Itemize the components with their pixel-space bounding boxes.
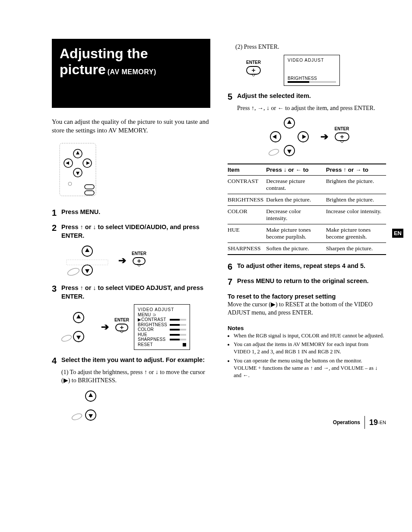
title-box: Adjusting the picture (AV MEMORY)	[52, 39, 210, 108]
osd-menu-box: VIDEO ADJUST MENU ⊃ ▶CONTRAST BRIGHTNESS…	[134, 304, 190, 350]
table-head-increase: Press ↑ or → to	[326, 164, 386, 176]
footer-page-number: 19	[369, 418, 378, 427]
osd-title: VIDEO ADJUST	[138, 307, 186, 312]
arrow-icon: ➔	[101, 321, 109, 333]
step-4-number: 4	[52, 356, 61, 366]
reset-heading: To reset to the factory preset setting	[228, 293, 386, 300]
reset-body: Move the cursor (▶) to RESET at the bott…	[228, 301, 386, 317]
step-1-number: 1	[52, 208, 61, 218]
table-row: HUEMake picture tones become purplish.Ma…	[228, 224, 386, 242]
step-2-figure: ➔ ENTER	[61, 243, 210, 278]
note-item: You can operate the menu using the butto…	[234, 357, 386, 379]
step-2-text: Press ↑ or ↓ to select VIDEO/AUDIO, and …	[61, 223, 210, 240]
step-4-text: Select the item you want to adjust. For …	[61, 356, 205, 365]
adjustment-table: Item Press ↓ or ← to Press ↑ or → to CON…	[228, 164, 386, 255]
step-5-number: 5	[228, 92, 237, 102]
svg-rect-11	[67, 260, 108, 265]
step-4-sub2: (2) Press ENTER.	[235, 43, 386, 51]
step-7: 7 Press MENU to return to the original s…	[228, 277, 386, 287]
table-row: BRIGHTNESSDarken the picture.Brighten th…	[228, 194, 386, 205]
step-3: 3 Press ↑ or ↓ to select VIDEO ADJUST, a…	[52, 284, 210, 301]
step-3-text: Press ↑ or ↓ to select VIDEO ADJUST, and…	[61, 284, 210, 301]
step-6-text: To adjust other items, repeat steps 4 an…	[237, 262, 365, 271]
osd-item: COLOR	[138, 327, 154, 332]
remote-figure	[52, 142, 210, 198]
footer-section: Operations	[333, 419, 360, 425]
osd-item: BRIGHTNESS	[138, 322, 167, 327]
table-row: COLORDecrease color intensity.Increase c…	[228, 205, 386, 224]
enter-button-figure: ENTER	[333, 127, 351, 147]
step-4-sub1: (1) To adjust the brightness, press ↑ or…	[61, 368, 210, 385]
step-2: 2 Press ↑ or ↓ to select VIDEO/AUDIO, an…	[52, 223, 210, 240]
step-6-number: 6	[228, 262, 237, 272]
enter-button-figure: ENTER	[114, 318, 130, 336]
step-6: 6 To adjust other items, repeat steps 4 …	[228, 262, 386, 272]
step-5-figure: ➔ ENTER	[228, 116, 386, 157]
page-footer: Operations 19-EN	[333, 416, 386, 429]
arrow-icon: ➔	[118, 255, 126, 266]
svg-rect-7	[85, 191, 94, 195]
intro-text: You can adjust the quality of the pictur…	[52, 117, 210, 135]
svg-point-10	[67, 267, 80, 277]
enter-label: ENTER	[335, 127, 349, 131]
enter-button-figure: ENTER	[131, 252, 147, 270]
enter-label: ENTER	[246, 60, 261, 65]
step-3-number: 3	[52, 284, 61, 294]
osd-menu-label: MENU ⊃	[138, 312, 186, 318]
svg-rect-6	[85, 185, 94, 189]
osd-item: RESET	[138, 342, 153, 347]
table-head-item: Item	[228, 164, 266, 176]
step-1-text: Press MENU.	[61, 208, 100, 217]
svg-point-19	[71, 412, 83, 421]
notes-heading: Notes	[228, 325, 386, 331]
step-7-number: 7	[228, 277, 237, 287]
left-column: Adjusting the picture (AV MEMORY) You ca…	[52, 39, 210, 429]
table-head-decrease: Press ↓ or ← to	[266, 164, 326, 176]
enter-button-figure: ENTER	[245, 60, 262, 80]
enter-label: ENTER	[132, 252, 146, 256]
step-5: 5 Adjust the selected item.	[228, 92, 386, 102]
step-7-text: Press MENU to return to the original scr…	[237, 277, 369, 286]
enter-label: ENTER	[114, 318, 129, 322]
language-tab: EN	[392, 229, 403, 238]
note-item: When the RGB signal is input, COLOR and …	[234, 332, 386, 340]
osd-title: VIDEO ADJUST	[288, 58, 336, 63]
note-item: You can adjust the items in AV MEMORY fo…	[234, 341, 386, 356]
right-column: (2) Press ENTER. ENTER VIDEO ADJUST BRIG…	[228, 39, 386, 429]
title-line1: Adjusting the	[60, 46, 203, 62]
table-row: CONTRASTDecrease picture contrast.Bright…	[228, 175, 386, 194]
step-4-figure	[69, 388, 210, 423]
step-5-body: Press ↑, →, ↓ or ← to adjust the item, a…	[237, 104, 386, 113]
osd-item: HUE	[138, 332, 147, 337]
svg-point-15	[61, 334, 72, 343]
svg-point-5	[68, 182, 72, 186]
step-5-text: Adjust the selected item.	[237, 92, 311, 101]
osd-item: ▶CONTRAST	[138, 317, 166, 322]
svg-point-25	[268, 148, 279, 156]
step-4b-figure: ENTER VIDEO ADJUST BRIGHTNESS	[245, 55, 386, 86]
arrow-icon: ➔	[320, 131, 328, 142]
step-2-number: 2	[52, 223, 61, 233]
osd-brightness-box: VIDEO ADJUST BRIGHTNESS	[284, 55, 340, 86]
osd-item: BRIGHTNESS	[288, 76, 336, 81]
title-sub: (AV MEMORY)	[108, 68, 156, 76]
table-row: SHARPNESSSoften the picture.Sharpen the …	[228, 242, 386, 255]
title-line2: picture	[60, 62, 106, 77]
osd-item: SHARPNESS	[138, 337, 165, 342]
step-1: 1 Press MENU.	[52, 208, 210, 218]
notes-list: When the RGB signal is input, COLOR and …	[228, 332, 386, 379]
step-4: 4 Select the item you want to adjust. Fo…	[52, 356, 210, 366]
step-3-figure: ➔ ENTER VIDEO ADJUST MENU ⊃ ▶CONTRAST BR…	[61, 304, 210, 350]
footer-page-suffix: -EN	[378, 420, 386, 425]
